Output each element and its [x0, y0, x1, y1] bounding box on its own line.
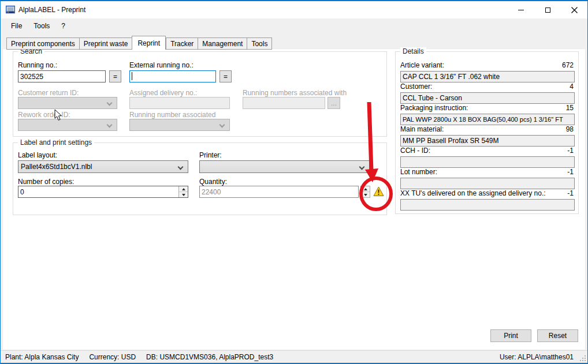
number-of-copies-input[interactable] — [18, 186, 178, 197]
spin-down-button[interactable] — [361, 192, 370, 197]
customer-return-id-label: Customer return ID: — [18, 89, 79, 97]
title-bar: AlplaLABEL - Preprint — [1, 1, 587, 18]
tab-preprint-waste[interactable]: Preprint waste — [80, 37, 133, 50]
chevron-down-icon — [178, 164, 184, 170]
reset-button[interactable]: Reset — [537, 329, 578, 342]
lot-number-value — [400, 178, 575, 189]
spin-up-button[interactable] — [179, 186, 188, 192]
quantity-input — [199, 186, 359, 198]
close-button[interactable] — [561, 1, 587, 18]
label-print-settings-groupbox: Label and print settings Label layout: P… — [13, 142, 387, 215]
window-title: AlplaLABEL - Preprint — [18, 6, 85, 14]
warning-icon — [373, 186, 384, 197]
app-icon — [6, 5, 15, 14]
arrow-up-icon — [364, 188, 367, 190]
quantity-label: Quantity: — [199, 178, 227, 186]
article-variant-value: CAP CCL 1 3/16" FT .062 white — [400, 71, 575, 82]
assigned-delivery-no-input — [129, 97, 230, 109]
maximize-button[interactable] — [534, 1, 561, 18]
status-bar: Plant: Alpla Kansas City Currency: USD D… — [1, 350, 587, 363]
close-icon — [571, 7, 578, 13]
packaging-instruction-count: 15 — [566, 104, 574, 112]
external-running-no-input[interactable] — [129, 70, 216, 82]
label-print-settings-legend: Label and print settings — [18, 138, 94, 147]
tab-management[interactable]: Management — [198, 37, 247, 50]
printer-combobox[interactable] — [199, 160, 370, 173]
tab-reprint[interactable]: Reprint — [132, 36, 166, 50]
tab-tracker[interactable]: Tracker — [166, 37, 198, 50]
tab-tools[interactable]: Tools — [247, 37, 272, 50]
menu-help[interactable]: ? — [55, 20, 71, 32]
lot-number-count: -1 — [567, 168, 574, 176]
arrow-down-icon — [182, 194, 185, 196]
chevron-down-icon — [219, 122, 225, 128]
running-no-label: Running no.: — [18, 61, 57, 69]
external-running-no-equals-button[interactable]: = — [219, 70, 232, 82]
article-variant-count: 672 — [562, 61, 574, 69]
chevron-down-icon — [107, 100, 113, 106]
customer-value: CCL Tube - Carson — [400, 92, 575, 104]
menu-tools[interactable]: Tools — [28, 20, 55, 32]
browse-button: ... — [328, 97, 340, 109]
spin-down-button[interactable] — [179, 192, 188, 197]
tus-delivered-value — [400, 199, 575, 211]
running-no-input[interactable] — [18, 70, 106, 82]
status-db: DB: USMCD1VMS036, AlplaPROD_test3 — [146, 353, 273, 361]
tab-strip: Preprint components Preprint waste Repri… — [6, 36, 272, 50]
reprint-tab-page: Search Running no.: = External running n… — [2, 48, 586, 350]
main-material-value: MM PP Basell Profax SR 549M — [400, 135, 575, 147]
resize-grip[interactable] — [579, 355, 586, 362]
running-numbers-associated-with-label: Running numbers associated with — [243, 89, 347, 97]
number-of-copies-label: Number of copies: — [18, 178, 74, 186]
maximize-icon — [545, 7, 550, 13]
number-of-copies-stepper[interactable] — [18, 186, 188, 198]
search-groupbox: Search Running no.: = External running n… — [13, 51, 387, 137]
arrow-up-icon — [182, 188, 185, 190]
details-groupbox: Details Article variant: 672 CAP CCL 1 3… — [395, 51, 579, 214]
label-layout-label: Label layout: — [18, 151, 57, 159]
lot-number-label: Lot number: — [400, 168, 437, 176]
cch-id-count: -1 — [567, 147, 574, 155]
running-numbers-associated-with-input — [243, 97, 325, 109]
details-legend: Details — [400, 47, 426, 55]
cch-id-value — [400, 156, 575, 168]
menu-bar: File Tools ? — [1, 18, 587, 33]
chevron-down-icon — [359, 164, 365, 170]
running-number-associated-combobox — [129, 119, 230, 131]
label-layout-combobox[interactable]: Pallet4x6Std1bcV1.nlbl — [18, 160, 188, 173]
chevron-down-icon — [107, 122, 113, 128]
print-button[interactable]: Print — [490, 329, 531, 342]
tus-delivered-label: XX TU's delivered on the assigned delive… — [400, 189, 546, 197]
menu-file[interactable]: File — [5, 20, 28, 32]
packaging-instruction-value: PAL WWP 2800u X 18 BOX BAG(50,400 pcs) 1… — [400, 114, 575, 125]
status-plant: Plant: Alpla Kansas City — [5, 353, 79, 361]
quantity-spin-buttons[interactable] — [360, 186, 370, 198]
packaging-instruction-label: Packaging instruction: — [400, 104, 468, 112]
tab-preprint-components[interactable]: Preprint components — [6, 37, 80, 50]
tus-delivered-count: -1 — [567, 189, 574, 197]
text-caret — [132, 72, 132, 80]
minimize-button[interactable] — [508, 1, 534, 18]
rework-order-id-combobox — [18, 119, 117, 131]
rework-order-id-label: Rework order ID: — [18, 111, 70, 119]
customer-count: 4 — [570, 82, 574, 91]
number-of-copies-spin-buttons[interactable] — [178, 186, 188, 197]
arrow-down-icon — [364, 194, 367, 196]
status-user: User: ALPLA\matthes01 — [500, 353, 574, 361]
minimize-icon — [518, 10, 524, 10]
printer-label: Printer: — [199, 151, 222, 159]
main-material-count: 98 — [566, 125, 574, 133]
running-no-equals-button[interactable]: = — [109, 70, 121, 82]
running-number-associated-label: Running number associated — [129, 111, 215, 119]
main-material-label: Main material: — [400, 125, 444, 133]
external-running-no-label: External running no.: — [129, 61, 193, 69]
customer-label: Customer: — [400, 82, 432, 91]
app-window: AlplaLABEL - Preprint File Tools ? Prepr… — [0, 0, 588, 364]
assigned-delivery-no-label: Assigned delivery no.: — [129, 89, 197, 97]
customer-return-id-combobox — [18, 97, 117, 109]
cch-id-label: CCH - ID: — [400, 147, 430, 155]
spin-up-button[interactable] — [361, 186, 370, 192]
status-currency: Currency: USD — [89, 353, 136, 361]
label-layout-value: Pallet4x6Std1bcV1.nlbl — [21, 163, 92, 171]
article-variant-label: Article variant: — [400, 61, 444, 69]
